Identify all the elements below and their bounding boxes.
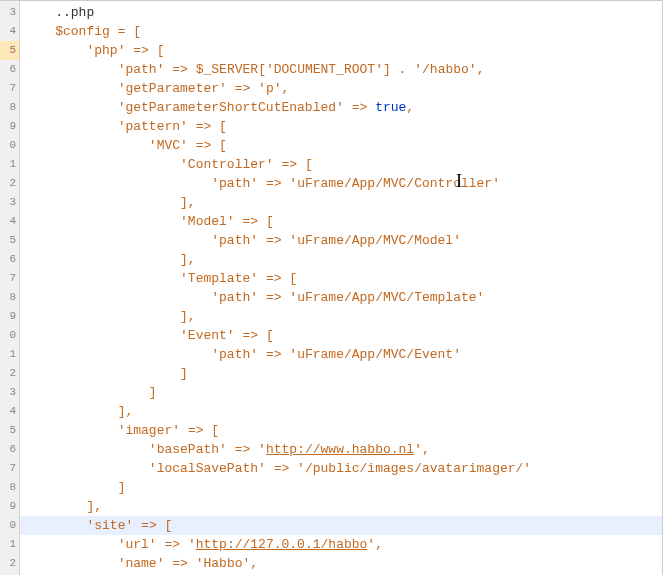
- line-number: 6: [0, 250, 19, 269]
- code-area[interactable]: I ..php $config = [ 'php' => [ 'path' =>…: [20, 1, 662, 575]
- line-number: 5: [0, 421, 19, 440]
- line-number: 7: [0, 269, 19, 288]
- line-number: 3: [0, 3, 19, 22]
- line-number: 4: [0, 212, 19, 231]
- line-number: 2: [0, 174, 19, 193]
- code-line[interactable]: 'localSavePath' => '/public/images/avata…: [20, 459, 662, 478]
- line-number: 4: [0, 22, 19, 41]
- line-number: 1: [0, 155, 19, 174]
- line-number: 8: [0, 98, 19, 117]
- code-line-highlighted[interactable]: 'site' => [: [20, 516, 662, 535]
- code-line[interactable]: 'pattern' => [: [20, 117, 662, 136]
- line-number: 2: [0, 554, 19, 573]
- code-line[interactable]: 'getParameter' => 'p',: [20, 79, 662, 98]
- code-line[interactable]: 'path' => 'uFrame/App/MVC/Event': [20, 345, 662, 364]
- line-number: 6: [0, 440, 19, 459]
- code-line[interactable]: ],: [20, 497, 662, 516]
- code-line[interactable]: ],: [20, 250, 662, 269]
- code-line[interactable]: ]: [20, 478, 662, 497]
- code-line[interactable]: 'php' => [: [20, 41, 662, 60]
- code-line[interactable]: ],: [20, 307, 662, 326]
- code-line[interactable]: 'Event' => [: [20, 326, 662, 345]
- line-number: 0: [0, 516, 19, 535]
- line-number: 3: [0, 383, 19, 402]
- line-number-gutter: 345678901234567890123456789012: [0, 1, 20, 575]
- line-number: 7: [0, 459, 19, 478]
- line-number: 0: [0, 136, 19, 155]
- line-number: 9: [0, 497, 19, 516]
- line-number: 8: [0, 478, 19, 497]
- line-number: 2: [0, 364, 19, 383]
- code-line[interactable]: 'path' => $_SERVER['DOCUMENT_ROOT'] . '/…: [20, 60, 662, 79]
- code-line[interactable]: $config = [: [20, 22, 662, 41]
- code-editor[interactable]: 345678901234567890123456789012 I ..php $…: [0, 0, 663, 575]
- code-line[interactable]: 'path' => 'uFrame/App/MVC/Template': [20, 288, 662, 307]
- code-line[interactable]: 'MVC' => [: [20, 136, 662, 155]
- code-line[interactable]: 'Template' => [: [20, 269, 662, 288]
- code-line[interactable]: ]: [20, 364, 662, 383]
- code-line[interactable]: 'basePath' => 'http://www.habbo.nl',: [20, 440, 662, 459]
- line-number: 0: [0, 326, 19, 345]
- code-line[interactable]: 'path' => 'uFrame/App/MVC/Controller': [20, 174, 662, 193]
- line-number: 9: [0, 117, 19, 136]
- code-line[interactable]: ],: [20, 193, 662, 212]
- code-line[interactable]: ],: [20, 402, 662, 421]
- code-line[interactable]: 'Model' => [: [20, 212, 662, 231]
- code-line[interactable]: 'getParameterShortCutEnabled' => true,: [20, 98, 662, 117]
- line-number: 8: [0, 288, 19, 307]
- line-number: 6: [0, 60, 19, 79]
- line-number: 1: [0, 345, 19, 364]
- code-line[interactable]: ]: [20, 383, 662, 402]
- code-line[interactable]: 'url' => 'http://127.0.0.1/habbo',: [20, 535, 662, 554]
- code-line[interactable]: 'path' => 'uFrame/App/MVC/Model': [20, 231, 662, 250]
- code-line[interactable]: 'Controller' => [: [20, 155, 662, 174]
- code-line[interactable]: 'name' => 'Habbo',: [20, 554, 662, 573]
- code-line[interactable]: ..php: [20, 3, 662, 22]
- line-number: 5: [0, 231, 19, 250]
- line-number: 7: [0, 79, 19, 98]
- code-line[interactable]: 'imager' => [: [20, 421, 662, 440]
- line-number: 9: [0, 307, 19, 326]
- line-number: 1: [0, 535, 19, 554]
- line-number: 5: [0, 41, 19, 60]
- line-number: 3: [0, 193, 19, 212]
- line-number: 4: [0, 402, 19, 421]
